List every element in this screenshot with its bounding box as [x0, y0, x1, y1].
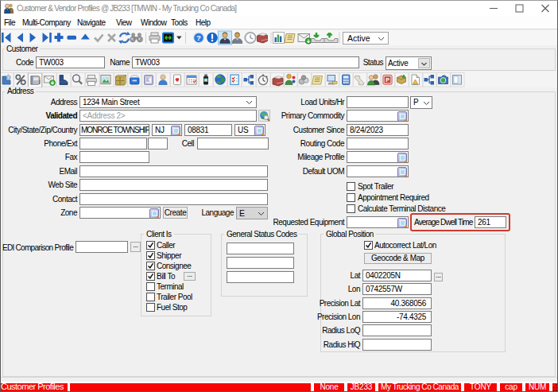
svg-text:?: ? — [196, 33, 201, 42]
svg-text:P: P — [386, 77, 389, 83]
